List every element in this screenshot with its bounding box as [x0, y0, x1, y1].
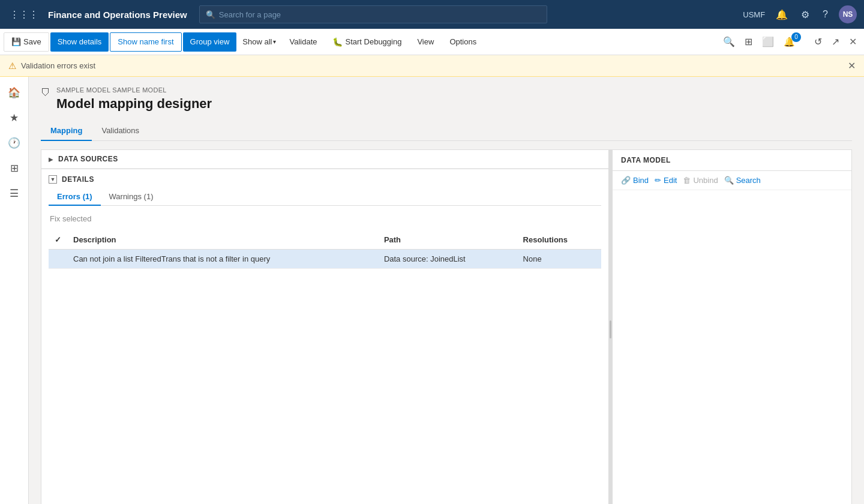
unbind-button[interactable]: 🗑 Unbind: [683, 176, 718, 185]
warning-icon: ⚠: [8, 61, 16, 71]
sidebar-item-home[interactable]: 🏠: [4, 82, 25, 103]
global-search-box: 🔍: [199, 5, 547, 23]
chevron-down-icon: ▾: [273, 38, 276, 45]
tab-errors[interactable]: Errors (1): [49, 188, 101, 206]
expand-right-icon: ▶: [49, 156, 53, 163]
user-avatar[interactable]: NS: [839, 5, 857, 23]
error-table: ✓ Description Path Resolutions: [49, 230, 601, 269]
details-title: DETAILS: [62, 175, 94, 184]
debug-icon: 🐛: [332, 37, 343, 47]
validate-button[interactable]: Validate: [282, 32, 324, 52]
filter-icon[interactable]: ⛉: [41, 88, 50, 98]
save-button[interactable]: 💾 Save: [4, 32, 49, 52]
group-view-button[interactable]: Group view: [183, 32, 237, 52]
options-button[interactable]: Options: [442, 32, 484, 52]
show-name-first-button[interactable]: Show name first: [110, 32, 181, 52]
right-panel-header: DATA MODEL: [613, 150, 851, 171]
col-path: Path: [378, 230, 517, 250]
show-all-dropdown[interactable]: Show all ▾: [238, 32, 281, 52]
left-panel: ▶ DATA SOURCES ▼ DETAILS Errors (1): [41, 149, 608, 504]
help-icon[interactable]: ?: [820, 8, 830, 21]
row-resolutions: None: [517, 250, 601, 269]
table-header-row: ✓ Description Path Resolutions: [49, 230, 601, 250]
tab-mapping[interactable]: Mapping: [41, 121, 92, 141]
right-panel-actions: 🔗 Bind ✏ Edit 🗑 Unbind 🔍 Search: [613, 171, 851, 190]
notification-count-icon[interactable]: 🔔 0: [780, 34, 808, 50]
content-area: ▶ DATA SOURCES ▼ DETAILS Errors (1): [41, 149, 852, 504]
show-details-button[interactable]: Show details: [50, 32, 109, 52]
breadcrumb: SAMPLE MODEL SAMPLE MODEL: [56, 86, 212, 94]
grid-menu-icon[interactable]: ⋮⋮⋮: [7, 8, 41, 22]
top-nav-right: USMF 🔔 ⚙ ? NS: [743, 5, 857, 23]
search-icon: 🔍: [206, 10, 215, 19]
close-button[interactable]: ✕: [845, 34, 860, 50]
data-model-title: DATA MODEL: [621, 156, 671, 164]
save-icon: 💾: [11, 37, 21, 46]
app-title: Finance and Operations Preview: [48, 10, 187, 20]
edit-button[interactable]: ✏ Edit: [655, 176, 677, 185]
grid-icon[interactable]: ⊞: [741, 34, 756, 50]
tab-validations[interactable]: Validations: [92, 121, 149, 141]
fullscreen-icon[interactable]: ⬜: [758, 34, 778, 50]
mapping-tabs: Mapping Validations: [41, 121, 852, 141]
toolbar-right: 🔍 ⊞ ⬜ 🔔 0 ↺ ↗ ✕: [719, 34, 860, 50]
data-sources-title: DATA SOURCES: [58, 155, 118, 163]
notification-count-badge: 0: [791, 32, 801, 42]
collapse-icon[interactable]: ▼: [49, 175, 57, 184]
bind-icon: 🔗: [621, 176, 631, 185]
edit-icon: ✏: [655, 176, 661, 185]
global-search-input[interactable]: [219, 10, 541, 19]
page-content: ⛉ SAMPLE MODEL SAMPLE MODEL Model mappin…: [29, 77, 864, 504]
data-sources-section-header[interactable]: ▶ DATA SOURCES: [41, 150, 608, 169]
start-debugging-button[interactable]: 🐛 Start Debugging: [325, 32, 409, 52]
page-title: Model mapping designer: [56, 96, 212, 112]
fix-selected-button[interactable]: Fix selected: [49, 212, 92, 226]
left-sidebar: 🏠 ★ 🕐 ⊞ ☰: [0, 77, 29, 504]
details-section-header[interactable]: ▼ DETAILS: [49, 175, 601, 184]
sidebar-item-grid[interactable]: ⊞: [4, 157, 25, 179]
validation-banner: ⚠ Validation errors exist ✕: [0, 55, 864, 77]
col-description: Description: [67, 230, 378, 250]
sidebar-item-recent[interactable]: 🕐: [4, 132, 25, 154]
toolbar: 💾 Save Show details Show name first Grou…: [0, 29, 864, 55]
tab-warnings[interactable]: Warnings (1): [101, 188, 162, 206]
bind-button[interactable]: 🔗 Bind: [621, 176, 649, 185]
col-resolutions: Resolutions: [517, 230, 601, 250]
checkmark-icon: ✓: [55, 235, 61, 244]
sidebar-item-favorites[interactable]: ★: [4, 107, 25, 128]
search-toolbar-icon[interactable]: 🔍: [719, 34, 739, 50]
row-check: [49, 250, 67, 269]
search-small-icon: 🔍: [724, 176, 734, 185]
top-navigation: ⋮⋮⋮ Finance and Operations Preview 🔍 USM…: [0, 0, 864, 29]
banner-close-button[interactable]: ✕: [848, 60, 856, 71]
view-button[interactable]: View: [410, 32, 441, 52]
details-section: ▼ DETAILS Errors (1) Warnings (1): [41, 169, 608, 269]
sidebar-item-list[interactable]: ☰: [4, 182, 25, 204]
col-check: ✓: [49, 230, 67, 250]
row-path: Data source: JoinedList: [378, 250, 517, 269]
settings-icon[interactable]: ⚙: [799, 8, 812, 22]
main-layout: 🏠 ★ 🕐 ⊞ ☰ ⛉ SAMPLE MODEL SAMPLE MODEL Mo…: [0, 77, 864, 504]
company-label: USMF: [743, 10, 765, 19]
detail-tabs: Errors (1) Warnings (1): [49, 188, 601, 206]
validation-message: Validation errors exist: [21, 61, 95, 70]
right-panel: DATA MODEL 🔗 Bind ✏ Edit 🗑 Unbind: [612, 149, 852, 504]
refresh-icon[interactable]: ↺: [811, 34, 826, 50]
notification-icon[interactable]: 🔔: [773, 8, 790, 22]
resize-indicator: [610, 320, 611, 338]
expand-icon[interactable]: ↗: [828, 34, 843, 50]
row-description: Can not join a list FilteredTrans that i…: [67, 250, 378, 269]
table-row[interactable]: Can not join a list FilteredTrans that i…: [49, 250, 601, 269]
unbind-icon: 🗑: [683, 176, 691, 185]
search-data-model-button[interactable]: 🔍 Search: [724, 176, 761, 185]
